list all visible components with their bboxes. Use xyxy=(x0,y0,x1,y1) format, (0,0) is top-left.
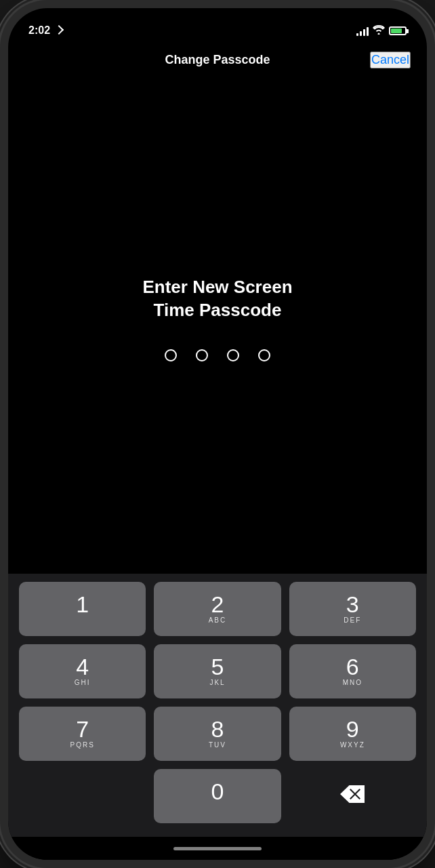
key-3-number: 3 xyxy=(346,593,359,616)
key-2[interactable]: 2 ABC xyxy=(154,582,281,636)
key-3[interactable]: 3 DEF xyxy=(289,582,416,636)
battery-icon xyxy=(389,26,407,35)
key-4-number: 4 xyxy=(76,655,89,678)
keypad: 1 2 ABC 3 DEF 4 GHI 5 JKL xyxy=(8,574,427,837)
wifi-icon xyxy=(373,25,385,37)
passcode-dot-4 xyxy=(258,349,270,361)
key-9[interactable]: 9 WXYZ xyxy=(289,707,416,761)
status-icons xyxy=(356,25,407,37)
key-8-letters: TUV xyxy=(209,741,226,751)
key-8[interactable]: 8 TUV xyxy=(154,707,281,761)
signal-icon xyxy=(356,26,369,36)
notch xyxy=(150,8,285,30)
key-empty xyxy=(19,769,146,823)
keypad-grid: 1 2 ABC 3 DEF 4 GHI 5 JKL xyxy=(19,582,416,823)
phone-shell: 2:02 xyxy=(0,0,435,868)
time-display: 2:02 xyxy=(28,24,50,37)
key-8-number: 8 xyxy=(211,717,224,741)
home-bar xyxy=(173,847,262,850)
key-7-letters: PQRS xyxy=(70,741,94,751)
key-5-number: 5 xyxy=(211,655,224,678)
passcode-dots xyxy=(165,349,270,361)
key-1-number: 1 xyxy=(76,593,89,616)
key-1[interactable]: 1 xyxy=(19,582,146,636)
passcode-dot-2 xyxy=(196,349,208,361)
key-7-number: 7 xyxy=(76,717,89,741)
key-0[interactable]: 0 xyxy=(154,769,281,823)
key-6-letters: MNO xyxy=(343,679,362,688)
key-6-number: 6 xyxy=(346,655,359,678)
main-content: Enter New Screen Time Passcode xyxy=(8,77,427,574)
passcode-prompt: Enter New Screen Time Passcode xyxy=(142,276,292,322)
location-icon xyxy=(54,25,64,35)
delete-button[interactable] xyxy=(289,769,416,823)
screen: 2:02 xyxy=(8,8,427,860)
nav-bar: Change Passcode Cancel xyxy=(8,42,427,77)
passcode-dot-1 xyxy=(165,349,177,361)
key-9-number: 9 xyxy=(346,717,359,741)
home-indicator xyxy=(8,837,427,860)
prompt-line1: Enter New Screen xyxy=(142,277,292,297)
key-2-number: 2 xyxy=(211,593,224,616)
key-5[interactable]: 5 JKL xyxy=(154,644,281,698)
cancel-button[interactable]: Cancel xyxy=(370,52,411,68)
key-2-letters: ABC xyxy=(209,616,227,626)
delete-icon xyxy=(340,785,365,808)
nav-title: Change Passcode xyxy=(165,53,270,67)
key-4[interactable]: 4 GHI xyxy=(19,644,146,698)
key-6[interactable]: 6 MNO xyxy=(289,644,416,698)
key-3-letters: DEF xyxy=(344,616,361,626)
key-7[interactable]: 7 PQRS xyxy=(19,707,146,761)
status-time: 2:02 xyxy=(28,24,62,37)
key-4-letters: GHI xyxy=(75,679,91,688)
prompt-line2: Time Passcode xyxy=(154,300,282,320)
passcode-dot-3 xyxy=(227,349,239,361)
key-0-number: 0 xyxy=(211,780,224,803)
key-9-letters: WXYZ xyxy=(340,741,365,751)
key-5-letters: JKL xyxy=(209,679,225,688)
battery-fill xyxy=(391,28,402,33)
